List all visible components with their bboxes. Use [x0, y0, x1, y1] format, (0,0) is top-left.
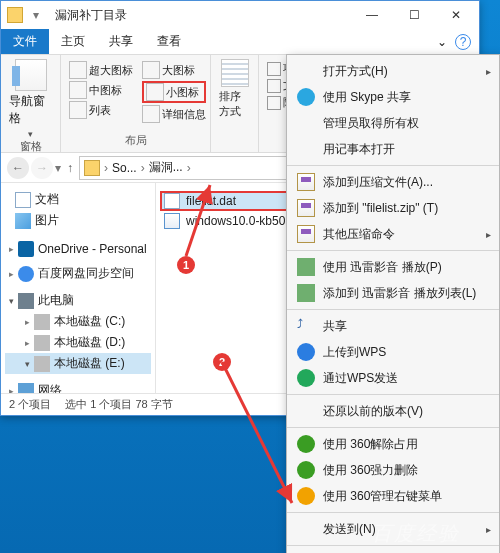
archive-icon: [297, 225, 315, 243]
360-icon: [297, 435, 315, 453]
window-title: 漏洞补丁目录: [55, 7, 127, 24]
360-icon: [297, 461, 315, 479]
ctx-360-unlock[interactable]: 使用 360解除占用: [287, 431, 499, 457]
tree-drive-c[interactable]: ▸本地磁盘 (C:): [5, 311, 151, 332]
tree-drive-d[interactable]: ▸本地磁盘 (D:): [5, 332, 151, 353]
nav-tree[interactable]: 文档 图片 ▸OneDrive - Personal ▸百度网盘同步空间 ▾此电…: [1, 183, 156, 393]
nav-back-button[interactable]: ←: [7, 157, 29, 179]
ctx-add-xunlei-list[interactable]: 添加到 迅雷影音 播放列表(L): [287, 280, 499, 306]
sort-icon: [221, 59, 249, 87]
ribbon-tabs: 文件 主页 共享 查看 ⌄ ?: [1, 29, 479, 55]
qat-dropdown-icon[interactable]: ▾: [33, 8, 47, 22]
file-icon: [164, 213, 180, 229]
layout-details[interactable]: 详细信息: [142, 105, 206, 123]
nav-pane-label: 导航窗格: [9, 93, 52, 127]
sort-button[interactable]: 排序方式: [219, 59, 250, 119]
archive-icon: [297, 173, 315, 191]
ribbon-help: ⌄ ?: [429, 29, 479, 54]
ctx-add-zip[interactable]: 添加到 "filelist.zip" (T): [287, 195, 499, 221]
360-icon: [297, 487, 315, 505]
ctx-cut[interactable]: 剪切(T): [287, 549, 499, 553]
wechat-icon: [297, 369, 315, 387]
watermark: 百度经验: [372, 520, 460, 547]
ribbon-collapse-icon[interactable]: ⌄: [437, 35, 447, 49]
tab-view[interactable]: 查看: [145, 29, 193, 54]
address-seg-1[interactable]: So...: [112, 161, 137, 175]
ctx-play-xunlei[interactable]: 使用 迅雷影音 播放(P): [287, 254, 499, 280]
share-icon: ⤴: [297, 317, 315, 335]
minimize-button[interactable]: —: [351, 1, 393, 29]
ctx-admin-own[interactable]: 管理员取得所有权: [287, 110, 499, 136]
tree-network[interactable]: ▸网络: [5, 380, 151, 393]
ribbon-group-panes: 导航窗格 ▾ 窗格: [1, 55, 61, 152]
layout-small[interactable]: 小图标: [142, 81, 206, 103]
tab-share[interactable]: 共享: [97, 29, 145, 54]
tree-pictures[interactable]: 图片: [5, 210, 151, 231]
ctx-open-with[interactable]: 打开方式(H)▸: [287, 58, 499, 84]
ctx-restore-prev[interactable]: 还原以前的版本(V): [287, 398, 499, 424]
context-menu: 打开方式(H)▸ 使用 Skype 共享 管理员取得所有权 用记事本打开 添加到…: [286, 54, 500, 553]
group-label-layout: 布局: [125, 133, 147, 148]
tree-this-pc[interactable]: ▾此电脑: [5, 290, 151, 311]
folder-icon: [7, 7, 23, 23]
ctx-360-menu[interactable]: 使用 360管理右键菜单: [287, 483, 499, 509]
quick-access-toolbar: ▾: [33, 8, 47, 22]
maximize-button[interactable]: ☐: [393, 1, 435, 29]
layout-large[interactable]: 大图标: [142, 61, 206, 79]
close-button[interactable]: ✕: [435, 1, 477, 29]
address-seg-2[interactable]: 漏洞...: [149, 159, 183, 176]
nav-up-button[interactable]: ↑: [63, 161, 77, 175]
tab-file[interactable]: 文件: [1, 29, 49, 54]
xunlei-icon: [297, 258, 315, 276]
window-controls: — ☐ ✕: [351, 1, 477, 29]
status-selection: 选中 1 个项目 78 字节: [65, 397, 173, 412]
sort-label: 排序方式: [219, 89, 250, 119]
archive-icon: [297, 199, 315, 217]
titlebar: ▾ 漏洞补丁目录 — ☐ ✕: [1, 1, 479, 29]
address-folder-icon: [84, 160, 100, 176]
ribbon-group-view: 排序方式: [211, 55, 259, 152]
xunlei-icon: [297, 284, 315, 302]
ctx-send-wx[interactable]: 通过WPS发送: [287, 365, 499, 391]
tab-home[interactable]: 主页: [49, 29, 97, 54]
ctx-other-zip[interactable]: 其他压缩命令▸: [287, 221, 499, 247]
file-icon: [164, 193, 180, 209]
tree-onedrive[interactable]: ▸OneDrive - Personal: [5, 239, 151, 259]
nav-recent-icon[interactable]: ▾: [55, 161, 61, 175]
ctx-add-archive[interactable]: 添加到压缩文件(A)...: [287, 169, 499, 195]
help-icon[interactable]: ?: [455, 34, 471, 50]
ctx-skype-share[interactable]: 使用 Skype 共享: [287, 84, 499, 110]
ctx-360-force-del[interactable]: 使用 360强力删除: [287, 457, 499, 483]
file-name: filelist.dat: [186, 194, 236, 208]
tree-baidu[interactable]: ▸百度网盘同步空间: [5, 263, 151, 284]
nav-pane-button[interactable]: 导航窗格 ▾: [9, 59, 52, 139]
ctx-upload-wps[interactable]: 上传到WPS: [287, 339, 499, 365]
tree-documents[interactable]: 文档: [5, 189, 151, 210]
nav-pane-icon: [15, 59, 47, 91]
tree-drive-e[interactable]: ▾本地磁盘 (E:): [5, 353, 151, 374]
skype-icon: [297, 88, 315, 106]
group-label-panes: 窗格: [20, 139, 42, 154]
ctx-open-notepad[interactable]: 用记事本打开: [287, 136, 499, 162]
status-count: 2 个项目: [9, 397, 51, 412]
ctx-share[interactable]: ⤴共享: [287, 313, 499, 339]
wps-icon: [297, 343, 315, 361]
nav-forward-button[interactable]: →: [31, 157, 53, 179]
ribbon-group-layout: 超大图标 中图标 列表 大图标 小图标 详细信息 布局: [61, 55, 211, 152]
